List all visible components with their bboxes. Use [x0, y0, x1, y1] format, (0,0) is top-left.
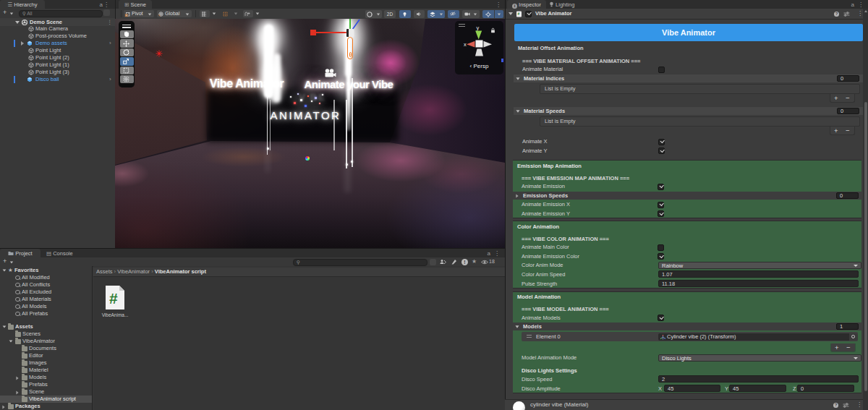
svg-text:y: y — [477, 25, 480, 31]
svg-text:x: x — [464, 41, 467, 48]
svg-text:#: # — [518, 12, 520, 16]
svg-text:#: # — [109, 290, 118, 307]
